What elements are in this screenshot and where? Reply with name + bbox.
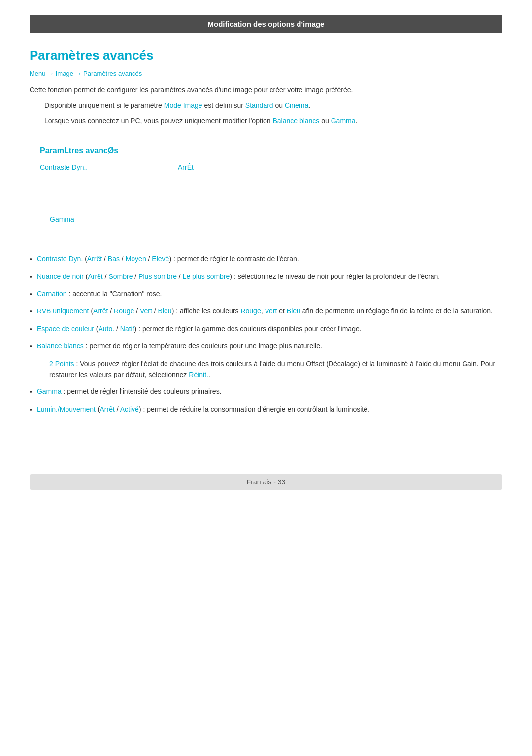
page-title: Paramètres avancés xyxy=(30,48,502,63)
footer-wrap: Fran ais - 33 xyxy=(30,445,502,490)
list-item: • Contraste Dyn. (Arrêt / Bas / Moyen / … xyxy=(30,253,502,265)
gamma-link: Gamma xyxy=(331,117,356,125)
carnation-link: Carnation xyxy=(37,290,67,298)
list-item: • Balance blancs : permet de régler la t… xyxy=(30,341,502,352)
balance-blancs-subnote: 2 Points : Vous pouvez régler l'éclat de… xyxy=(49,358,502,380)
bullet-text: Espace de couleur (Auto. / Natif) : perm… xyxy=(37,323,362,334)
list-item: • Nuance de noir (Arrêt / Sombre / Plus … xyxy=(30,271,502,282)
bullet-text: Contraste Dyn. (Arrêt / Bas / Moyen / El… xyxy=(37,253,299,264)
bullet-text: Balance blancs : permet de régler la tem… xyxy=(37,341,322,351)
contrast-row: Contraste Dyn.. ArrÊt xyxy=(40,163,492,171)
balance-blancs-link: Balance blancs xyxy=(272,117,319,125)
list-item: • Espace de couleur (Auto. / Natif) : pe… xyxy=(30,323,502,335)
list-item: • RVB uniquement (Arrêt / Rouge / Vert /… xyxy=(30,306,502,317)
bullets-section: • Contraste Dyn. (Arrêt / Bas / Moyen / … xyxy=(30,253,502,415)
intro-text: Cette fonction permet de configurer les … xyxy=(30,84,502,95)
nuance-noir-link: Nuance de noir xyxy=(37,273,84,280)
bullet-dot: • xyxy=(30,254,32,265)
bullet-dot: • xyxy=(30,386,32,397)
cinema-link: Cinéma xyxy=(285,102,308,109)
contrast-value: ArrÊt xyxy=(178,163,194,171)
bullet-dot: • xyxy=(30,306,32,317)
bullet-text: Carnation : accentue la "Carnation" rose… xyxy=(37,288,162,299)
standard-link: Standard xyxy=(245,102,273,109)
bullet-dot: • xyxy=(30,324,32,335)
footer: Fran ais - 33 xyxy=(30,474,502,490)
lumin-mouvement-link: Lumin./Mouvement xyxy=(37,405,96,413)
bullet-dot: • xyxy=(30,341,32,352)
mode-image-link: Mode Image xyxy=(164,102,202,109)
gamma-section: Gamma xyxy=(50,215,492,223)
header-bar: Modification des options d'image xyxy=(30,15,502,33)
gamma-label: Gamma xyxy=(50,215,492,223)
list-item: • Lumin./Mouvement (Arrêt / Activé) : pe… xyxy=(30,404,502,415)
contrast-label: Contraste Dyn.. xyxy=(40,163,119,171)
gamma-link2: Gamma xyxy=(37,387,62,395)
bullet-text: Gamma : permet de régler l'intensité des… xyxy=(37,386,222,397)
espace-couleur-link: Espace de couleur xyxy=(37,325,94,333)
bullet-text: Nuance de noir (Arrêt / Sombre / Plus so… xyxy=(37,271,440,282)
bullet-dot: • xyxy=(30,404,32,415)
bullet-dot: • xyxy=(30,272,32,282)
contraste-dyn-link: Contraste Dyn. xyxy=(37,255,83,263)
settings-box: ParamLtres avancØs Contraste Dyn.. ArrÊt… xyxy=(30,138,502,243)
header-title: Modification des options d'image xyxy=(208,20,325,28)
breadcrumb: Menu → Image → Paramètres avancés xyxy=(30,70,502,77)
list-item: • Carnation : accentue la "Carnation" ro… xyxy=(30,288,502,300)
bullet-text: Lumin./Mouvement (Arrêt / Activé) : perm… xyxy=(37,404,369,414)
footer-label: Fran ais - 33 xyxy=(247,478,286,486)
rvb-link: RVB uniquement xyxy=(37,307,89,315)
note1: Disponible uniquement si le paramètre Mo… xyxy=(44,100,502,111)
section-box-title: ParamLtres avancØs xyxy=(40,146,492,155)
note2: Lorsque vous connectez un PC, vous pouve… xyxy=(44,115,502,126)
list-item: • Gamma : permet de régler l'intensité d… xyxy=(30,386,502,397)
bullet-dot: • xyxy=(30,289,32,300)
balance-blancs-link2: Balance blancs xyxy=(37,342,84,350)
bullet-text: RVB uniquement (Arrêt / Rouge / Vert / B… xyxy=(37,306,493,316)
